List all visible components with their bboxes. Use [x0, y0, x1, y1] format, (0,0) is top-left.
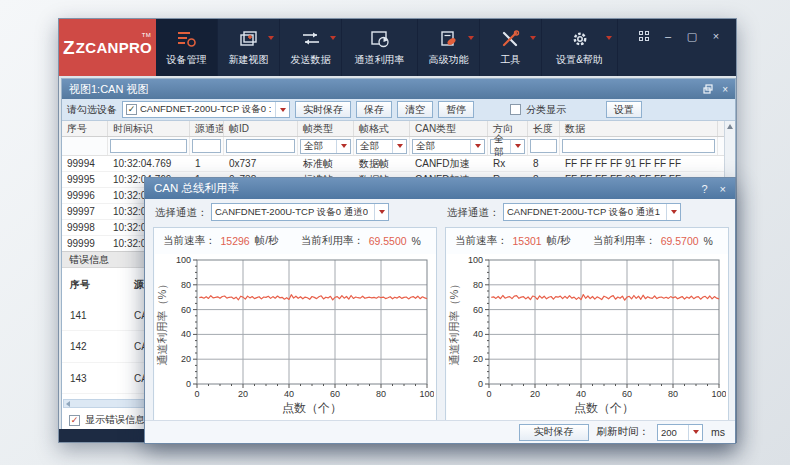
filter-input[interactable]	[192, 139, 221, 153]
toolbar-channel-utilization[interactable]: 通道利用率	[342, 19, 418, 76]
combo-arrow-icon[interactable]	[666, 204, 680, 220]
table-cell: 8	[528, 158, 560, 169]
table-header-row: 序号时间标识源通道帧ID帧类型帧格式CAN类型方向长度数据	[62, 121, 724, 137]
channel-combo-left[interactable]: CANFDNET-200U-TCP 设备0 通道0	[211, 203, 389, 221]
column-header: 长度	[528, 121, 560, 136]
svg-text:40: 40	[576, 389, 586, 399]
dialog-help-icon[interactable]: ?	[701, 183, 707, 195]
close-icon[interactable]: ×	[706, 28, 726, 44]
toolbar-advanced-functions[interactable]: 高级功能	[418, 19, 480, 76]
table-row[interactable]: 9999410:32:04.76910x737标准帧数据帧CANFD加速Rx8F…	[62, 156, 724, 172]
combo-arrow-icon[interactable]	[688, 425, 702, 440]
column-header: 时间标识	[108, 121, 190, 136]
util-label: 当前利用率：	[301, 234, 364, 248]
dropdown-triangle-icon	[397, 144, 403, 148]
svg-text:60: 60	[330, 389, 340, 399]
scroll-left-icon[interactable]	[66, 401, 70, 407]
error-cell-no: 143	[62, 373, 126, 384]
rate-unit: 帧/秒	[255, 234, 279, 248]
filter-select[interactable]: 全部	[490, 139, 525, 154]
combo-arrow-icon[interactable]	[392, 140, 406, 153]
utilization-chart-right: 002020404060608080100100点数（个）通道利用率（%）	[447, 254, 728, 420]
channel-combo-left-value: CANFDNET-200U-TCP 设备0 通道0	[215, 206, 368, 219]
svg-text:40: 40	[284, 389, 294, 399]
column-header: 序号	[62, 121, 108, 136]
svg-text:20: 20	[181, 354, 191, 364]
svg-text:100: 100	[711, 389, 726, 399]
pause-button[interactable]: 暂停	[438, 101, 474, 118]
filter-cell	[190, 137, 224, 155]
table-cell: 99996	[62, 190, 108, 201]
rate-unit: 帧/秒	[547, 234, 571, 248]
device-bar: 请勾选设备 ✓ CANFDNET-200U-TCP 设备0 : 实时保存 保存 …	[62, 99, 735, 121]
filter-input[interactable]	[226, 139, 295, 153]
filter-cell	[224, 137, 298, 155]
svg-text:0: 0	[486, 389, 491, 399]
view-restore-icon[interactable]	[703, 84, 713, 94]
channel-utilization-icon	[368, 28, 392, 50]
classify-checkbox[interactable]	[510, 104, 521, 115]
dropdown-triangle-icon	[475, 144, 481, 148]
svg-text:20: 20	[238, 389, 248, 399]
logo-brand: ZCANPRO	[76, 39, 152, 56]
tools-icon	[499, 28, 523, 50]
error-cell-no: 142	[62, 341, 126, 352]
zcanpro-main-window: Z ZCANPRO TM 设备管理	[58, 18, 737, 443]
app-titlebar: Z ZCANPRO TM 设备管理	[59, 19, 736, 76]
table-filter-row: 全部全部全部全部	[62, 137, 724, 156]
dropdown-triangle-icon	[341, 144, 347, 148]
device-combo[interactable]: ✓ CANFDNET-200U-TCP 设备0 :	[122, 101, 290, 118]
clear-button[interactable]: 清空	[397, 101, 433, 118]
toolbar-tools[interactable]: 工具	[480, 19, 542, 76]
combo-arrow-icon[interactable]	[275, 102, 289, 117]
svg-text:40: 40	[473, 329, 483, 339]
combo-arrow-icon[interactable]	[470, 140, 484, 153]
toolbar-device-management[interactable]: 设备管理	[156, 19, 218, 76]
channel-combo-right[interactable]: CANFDNET-200U-TCP 设备0 通道1	[503, 203, 681, 221]
filter-input[interactable]	[562, 139, 715, 153]
save-button[interactable]: 保存	[356, 101, 392, 118]
filter-cell: 全部	[410, 137, 488, 155]
realtime-save-button[interactable]: 实时保存	[295, 101, 351, 118]
svg-text:80: 80	[376, 389, 386, 399]
svg-text:点数（个）: 点数（个）	[282, 401, 342, 415]
view-close-icon[interactable]: ×	[722, 84, 728, 95]
svg-text:80: 80	[668, 389, 678, 399]
rate-row-right: 当前速率： 15301 帧/秒 当前利用率： 69.5700 %	[455, 233, 724, 249]
send-data-icon	[299, 28, 323, 50]
filter-select[interactable]: 全部	[356, 139, 407, 154]
toolbar-settings-help[interactable]: 设置&帮助	[542, 19, 618, 76]
filter-input[interactable]	[530, 139, 557, 153]
dialog-titlebar: CAN 总线利用率 ? ×	[145, 178, 735, 199]
filter-input[interactable]	[110, 139, 187, 153]
util-unit: %	[704, 235, 713, 247]
dialog-realtime-save-button[interactable]: 实时保存	[519, 424, 589, 441]
dialog-footer: 实时保存 刷新时间： 200 ms	[145, 420, 735, 443]
svg-text:通道利用率（%）: 通道利用率（%）	[448, 279, 460, 366]
settings-button[interactable]: 设置	[606, 101, 642, 118]
minimize-icon[interactable]: –	[658, 28, 678, 44]
combo-arrow-icon[interactable]	[374, 204, 388, 220]
refresh-time-combo[interactable]: 200	[657, 424, 703, 441]
filter-select[interactable]: 全部	[412, 139, 485, 154]
toolbar-label: 工具	[501, 53, 521, 67]
show-errors-label: 显示错误信息	[85, 413, 145, 427]
filter-select[interactable]: 全部	[300, 139, 351, 154]
filter-cell	[528, 137, 560, 155]
dialog-close-icon[interactable]: ×	[720, 183, 726, 195]
device-management-icon	[175, 28, 199, 50]
table-cell: 0x737	[224, 158, 298, 169]
combo-arrow-icon[interactable]	[336, 140, 350, 153]
scroll-up-icon[interactable]	[727, 124, 733, 129]
filter-cell	[62, 137, 108, 155]
maximize-icon[interactable]: ▢	[682, 28, 702, 44]
toolbar-new-view[interactable]: 新建视图	[218, 19, 280, 76]
combo-arrow-icon[interactable]	[510, 140, 524, 153]
show-errors-checkbox[interactable]: ✓	[69, 415, 80, 426]
toolbar-send-data[interactable]: 发送数据	[280, 19, 342, 76]
bus-utilization-dialog: CAN 总线利用率 ? × 选择通道： CANFDNET-200U-TCP 设备…	[144, 177, 736, 444]
util-value-right: 69.5700	[661, 235, 699, 247]
device-checkbox[interactable]: ✓	[126, 104, 137, 115]
table-cell: 数据帧	[354, 157, 410, 171]
layout-grid-icon[interactable]	[634, 28, 654, 44]
